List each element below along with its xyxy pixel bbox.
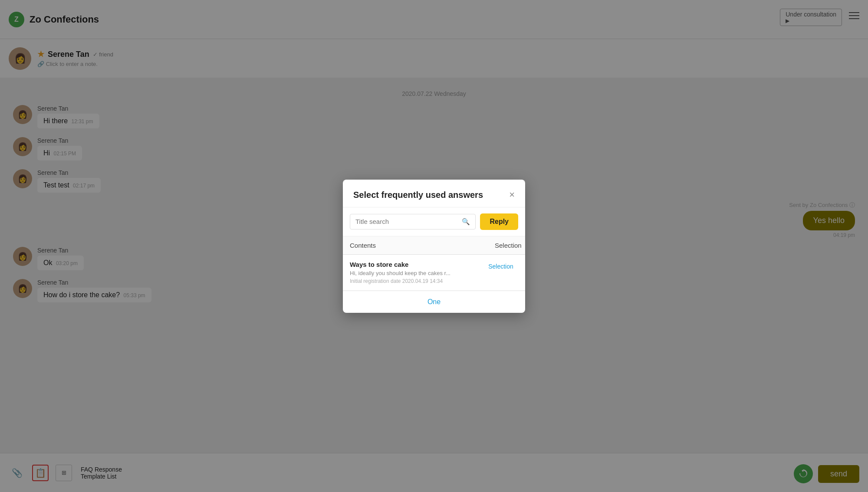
pagination-link[interactable]: One: [427, 298, 441, 305]
col-selection-header: Selection: [490, 236, 525, 254]
modal-footer: One: [343, 291, 525, 313]
search-icon: 🔍: [462, 218, 470, 226]
close-icon[interactable]: ×: [509, 190, 515, 200]
selection-link[interactable]: Selection: [488, 263, 513, 270]
modal-table-body: Ways to store cake Hi, ideally you shoul…: [343, 255, 525, 291]
modal-header: Select frequently used answers ×: [343, 180, 525, 207]
table-header: Contents Selection: [343, 236, 525, 255]
row-preview: Hi, ideally you should keep the cakes r.…: [350, 270, 483, 276]
row-date: Initial registration date 2020.04.19 14:…: [350, 278, 483, 284]
row-title: Ways to store cake: [350, 261, 483, 268]
row-selection: Selection: [483, 261, 518, 270]
row-content: Ways to store cake Hi, ideally you shoul…: [350, 261, 483, 284]
search-input[interactable]: [355, 218, 458, 225]
faq-modal: Select frequently used answers × 🔍 Reply…: [343, 180, 525, 313]
table-row: Ways to store cake Hi, ideally you shoul…: [343, 255, 525, 291]
modal-overlay: Select frequently used answers × 🔍 Reply…: [0, 0, 868, 492]
col-contents-header: Contents: [343, 236, 490, 254]
reply-button[interactable]: Reply: [480, 213, 518, 230]
search-input-wrapper: 🔍: [350, 214, 476, 230]
modal-title: Select frequently used answers: [353, 190, 483, 200]
modal-search-row: 🔍 Reply: [343, 207, 525, 236]
